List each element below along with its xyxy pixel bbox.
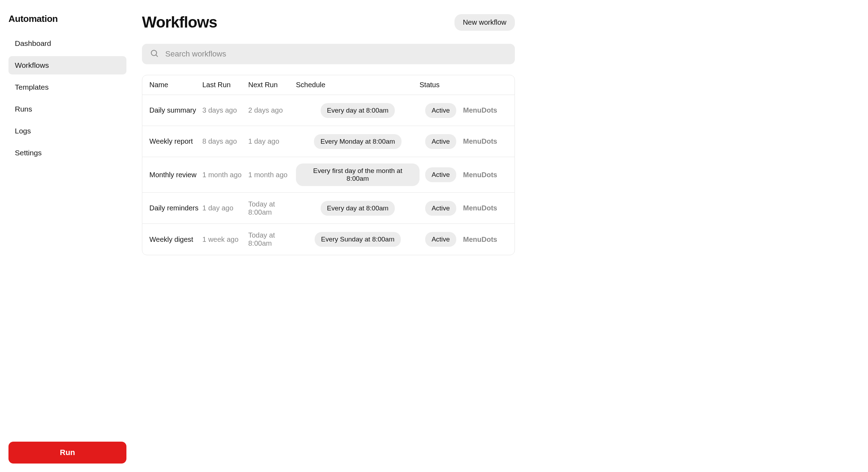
menu-dots-icon[interactable]: MenuDots [462,137,497,145]
status-pill: Active [425,134,456,149]
cell-next-run: 1 month ago [248,171,296,179]
table-row: Weekly digest 1 week ago Today at 8:00am… [142,224,515,255]
menu-dots-icon[interactable]: MenuDots [462,171,497,179]
cell-last-run: 8 days ago [202,137,248,145]
cell-name: Daily summary [149,106,202,114]
schedule-pill: Every first day of the month at 8:00am [296,163,420,186]
new-workflow-button[interactable]: New workflow [454,14,515,31]
cell-name: Monthly review [149,171,202,179]
page-header: Workflows New workflow [142,13,515,31]
search-input[interactable] [165,49,507,59]
col-status: Status [420,81,462,89]
cell-next-run: 1 day ago [248,137,296,145]
search-icon [150,49,159,59]
cell-next-run: Today at 8:00am [248,200,296,216]
cell-last-run: 3 days ago [202,106,248,114]
table-row: Daily reminders 1 day ago Today at 8:00a… [142,193,515,224]
menu-dots-icon[interactable]: MenuDots [462,106,497,114]
sidebar-item-runs[interactable]: Runs [8,100,126,118]
schedule-pill: Every day at 8:00am [321,103,395,118]
cell-last-run: 1 day ago [202,204,248,212]
svg-line-1 [156,55,158,57]
menu-dots-icon[interactable]: MenuDots [462,235,497,244]
sidebar-item-logs[interactable]: Logs [8,122,126,140]
cell-name: Weekly digest [149,235,202,244]
cell-last-run: 1 week ago [202,235,248,244]
search-bar[interactable] [142,44,515,64]
table-row: Daily summary 3 days ago 2 days ago Ever… [142,95,515,126]
sidebar-item-dashboard[interactable]: Dashboard [8,34,126,53]
status-pill: Active [425,103,456,118]
col-schedule: Schedule [296,81,420,89]
status-pill: Active [425,201,456,216]
sidebar-item-workflows[interactable]: Workflows [8,56,126,74]
main: Workflows New workflow Name Last Run Nex… [135,0,523,472]
col-name: Name [149,81,202,89]
svg-point-0 [151,50,156,55]
table-row: Monthly review 1 month ago 1 month ago E… [142,157,515,193]
sidebar-title: Automation [8,13,126,24]
cell-next-run: Today at 8:00am [248,231,296,247]
schedule-pill: Every day at 8:00am [321,201,395,216]
col-last-run: Last Run [202,81,248,89]
cell-name: Weekly report [149,137,202,145]
schedule-pill: Every Monday at 8:00am [314,134,401,149]
status-pill: Active [425,167,456,182]
sidebar: Automation Dashboard Workflows Templates… [0,0,135,472]
menu-dots-icon[interactable]: MenuDots [462,204,497,212]
cell-name: Daily reminders [149,204,202,212]
schedule-pill: Every Sunday at 8:00am [315,232,401,247]
table-header: Name Last Run Next Run Schedule Status [142,75,515,95]
workflows-table: Name Last Run Next Run Schedule Status D… [142,75,515,255]
page-title: Workflows [142,13,217,31]
run-button[interactable]: Run [8,442,126,464]
status-pill: Active [425,232,456,247]
sidebar-item-templates[interactable]: Templates [8,78,126,96]
sidebar-item-settings[interactable]: Settings [8,144,126,162]
cell-next-run: 2 days ago [248,106,296,114]
cell-last-run: 1 month ago [202,171,248,179]
col-next-run: Next Run [248,81,296,89]
sidebar-nav: Dashboard Workflows Templates Runs Logs … [8,34,126,162]
table-row: Weekly report 8 days ago 1 day ago Every… [142,126,515,157]
